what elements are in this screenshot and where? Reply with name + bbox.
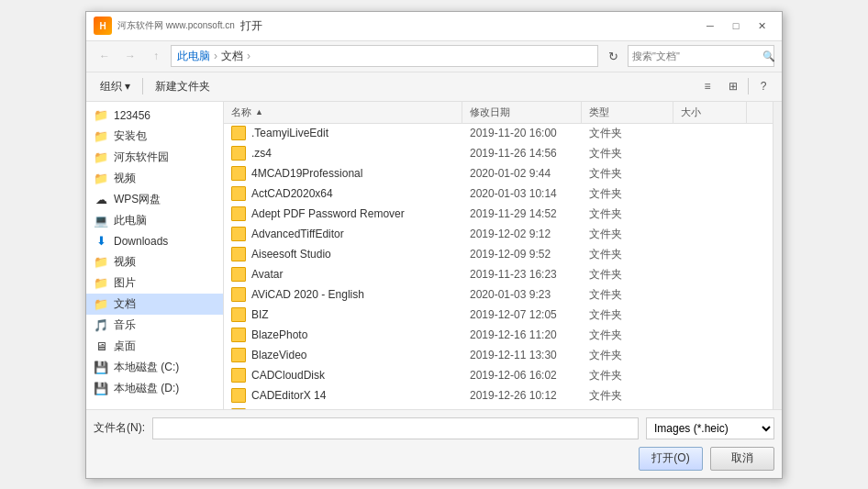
breadcrumb-thispc[interactable]: 此电脑 xyxy=(177,49,210,64)
minimize-button[interactable]: ─ xyxy=(697,17,723,35)
scrollbar[interactable] xyxy=(773,102,782,409)
file-name-cell: AdvancedTiffEditor xyxy=(224,227,462,241)
forward-button[interactable]: → xyxy=(119,45,141,67)
table-row[interactable]: AdvancedTiffEditor 2019-12-02 9:12 文件夹 xyxy=(224,225,773,245)
table-row[interactable]: CADEditorX 14 2019-12-26 10:12 文件夹 xyxy=(224,386,773,406)
file-date-cell: 2019-11-23 16:23 xyxy=(462,268,582,281)
sidebar-label: 音乐 xyxy=(114,317,136,333)
close-button[interactable]: ✕ xyxy=(749,17,774,35)
sidebar-item-music[interactable]: 🎵 音乐 xyxy=(86,315,223,336)
sidebar-item-desktop[interactable]: 🖥 桌面 xyxy=(86,336,223,357)
video-icon: 📁 xyxy=(94,254,108,269)
new-folder-button[interactable]: 新建文件夹 xyxy=(149,76,217,97)
file-date-cell: 2019-12-16 11:20 xyxy=(462,328,582,341)
toolbar: 组织 ▾ 新建文件夹 ≡ ⊞ ? xyxy=(86,72,782,102)
search-button[interactable]: 🔍 xyxy=(762,46,775,66)
sidebar-item-thispc[interactable]: 💻 此电脑 xyxy=(86,210,223,231)
table-row[interactable]: Aiseesoft Studio 2019-12-09 9:52 文件夹 xyxy=(224,245,773,265)
file-name-cell: .zs4 xyxy=(224,146,462,161)
sidebar-label: 本地磁盘 (D:) xyxy=(114,381,179,396)
file-list-area: 名称 ▲ 修改日期 类型 大小 .TeamyiLiveEdit 2019-11-… xyxy=(224,102,773,409)
up-button[interactable]: ↑ xyxy=(145,45,167,67)
col-header-type[interactable]: 类型 xyxy=(582,102,673,123)
open-button[interactable]: 打开(O) xyxy=(639,447,703,471)
organize-button[interactable]: 组织 ▾ xyxy=(94,76,137,97)
sidebar-item-video2[interactable]: 📁 视频 xyxy=(86,251,223,272)
file-date-cell: 2019-11-26 14:56 xyxy=(462,147,582,160)
view-list-button[interactable]: ≡ xyxy=(696,75,718,97)
sidebar-item-documents[interactable]: 📁 文档 xyxy=(86,294,223,315)
sidebar-item-diskc[interactable]: 💾 本地磁盘 (C:) xyxy=(86,357,223,378)
folder-icon xyxy=(231,287,246,302)
table-row[interactable]: BlazeVideo 2019-12-11 13:30 文件夹 xyxy=(224,346,773,366)
table-row[interactable]: BIZ 2019-12-07 12:05 文件夹 xyxy=(224,306,773,326)
sidebar-item-diskd[interactable]: 💾 本地磁盘 (D:) xyxy=(86,378,223,399)
folder-icon: 📁 xyxy=(94,150,108,164)
file-name-cell: CADCloudDisk xyxy=(224,368,462,383)
file-type-cell: 文件夹 xyxy=(582,287,673,303)
file-type-cell: 文件夹 xyxy=(582,368,673,383)
col-header-date[interactable]: 修改日期 xyxy=(462,102,582,123)
table-row[interactable]: AViCAD 2020 - English 2020-01-03 9:23 文件… xyxy=(224,285,773,306)
document-icon: 📁 xyxy=(94,296,108,311)
actions-row: 打开(O) 取消 xyxy=(94,447,774,471)
breadcrumb-sep1: › xyxy=(214,50,217,62)
search-input[interactable] xyxy=(629,50,762,61)
sidebar-item-wps[interactable]: ☁ WPS网盘 xyxy=(86,189,223,210)
toolbar-right: ≡ ⊞ ? xyxy=(696,75,774,97)
refresh-button[interactable]: ↻ xyxy=(602,45,624,67)
sidebar-item-downloads[interactable]: ⬇ Downloads xyxy=(86,231,223,251)
file-type-cell: 文件夹 xyxy=(582,126,673,141)
filetype-select[interactable]: Images (*.heic)All Files (*.*) xyxy=(646,417,774,439)
music-icon: 🎵 xyxy=(94,317,108,332)
window-controls: ─ □ ✕ xyxy=(697,17,774,35)
file-type-cell: 文件夹 xyxy=(582,186,673,202)
table-row[interactable]: BlazePhoto 2019-12-16 11:20 文件夹 xyxy=(224,326,773,346)
file-date-cell: 2020-01-03 10:14 xyxy=(462,187,582,200)
table-row[interactable]: .TeamyiLiveEdit 2019-11-20 16:00 文件夹 xyxy=(224,124,773,144)
help-button[interactable]: ? xyxy=(752,75,774,97)
filename-input[interactable] xyxy=(152,417,639,439)
table-row[interactable]: CADCloudDisk 2019-12-06 16:02 文件夹 xyxy=(224,366,773,386)
file-date-cell: 2020-01-02 9:44 xyxy=(462,167,582,180)
file-date-cell: 2019-12-02 9:12 xyxy=(462,228,582,240)
sidebar-item-123456[interactable]: 📁 123456 xyxy=(86,106,223,126)
table-row[interactable]: .zs4 2019-11-26 14:56 文件夹 xyxy=(224,144,773,164)
breadcrumb-current: 文档 xyxy=(221,49,243,64)
table-row[interactable]: 4MCAD19Professional 2020-01-02 9:44 文件夹 xyxy=(224,164,773,184)
sidebar-item-hedong[interactable]: 📁 河东软件园 xyxy=(86,147,223,168)
col-header-size[interactable]: 大小 xyxy=(673,102,747,123)
file-name-cell: 4MCAD19Professional xyxy=(224,166,462,181)
folder-icon xyxy=(231,307,246,322)
folder-icon xyxy=(231,166,246,181)
sidebar-item-pictures[interactable]: 📁 图片 xyxy=(86,272,223,294)
view-details-button[interactable]: ⊞ xyxy=(722,75,744,97)
folder-icon: 📁 xyxy=(94,108,108,123)
sidebar-label: 文档 xyxy=(114,296,136,312)
cancel-button[interactable]: 取消 xyxy=(710,447,774,471)
table-row[interactable]: Avatar 2019-11-23 16:23 文件夹 xyxy=(224,265,773,285)
table-row[interactable]: Adept PDF Password Remover 2019-11-29 14… xyxy=(224,205,773,225)
folder-icon xyxy=(231,368,246,383)
file-date-cell: 2019-12-26 10:12 xyxy=(462,389,582,402)
folder-icon xyxy=(231,328,246,342)
maximize-button[interactable]: □ xyxy=(723,17,749,35)
table-row[interactable]: ActCAD2020x64 2020-01-03 10:14 文件夹 xyxy=(224,184,773,205)
computer-icon: 💻 xyxy=(94,213,108,228)
toolbar-separator xyxy=(142,78,143,94)
sidebar-item-video[interactable]: 📁 视频 xyxy=(86,168,223,189)
file-type-cell: 文件夹 xyxy=(582,247,673,262)
filename-label: 文件名(N): xyxy=(94,420,145,436)
folder-icon xyxy=(231,388,246,403)
col-header-name[interactable]: 名称 ▲ xyxy=(224,102,462,123)
file-name-cell: AViCAD 2020 - English xyxy=(224,287,462,302)
sort-icon: ▲ xyxy=(255,107,263,117)
cloud-icon: ☁ xyxy=(94,192,108,206)
sidebar-item-anzhuangbao[interactable]: 📁 安装包 xyxy=(86,126,223,147)
file-type-cell: 文件夹 xyxy=(582,267,673,283)
file-name-cell: Avatar xyxy=(224,267,462,282)
breadcrumb-sep2: › xyxy=(247,50,250,62)
file-type-cell: 文件夹 xyxy=(582,388,673,404)
sidebar-label: 桌面 xyxy=(114,339,136,354)
back-button[interactable]: ← xyxy=(94,45,116,67)
